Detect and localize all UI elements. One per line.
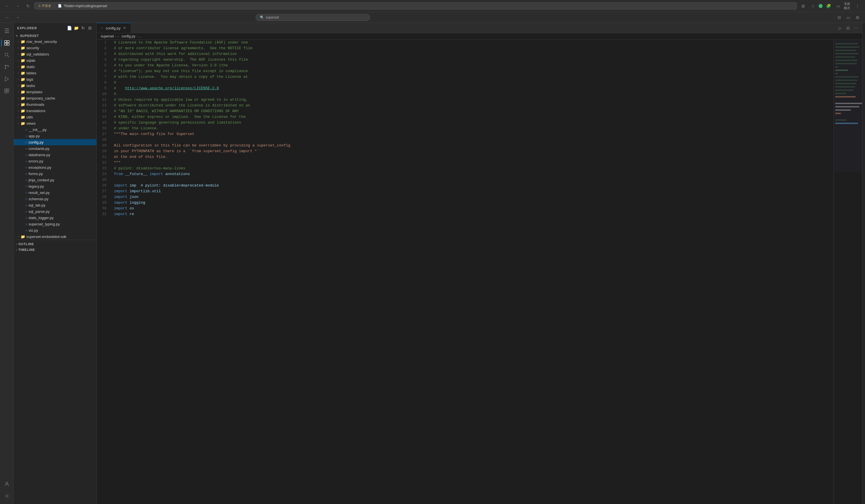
svg-point-14 [6,495,7,496]
run-icon[interactable] [1,73,13,85]
line-number: 11 [97,97,109,103]
svg-rect-0 [4,40,6,43]
reload-button[interactable]: ↻ [24,2,32,10]
panel-icon[interactable]: ▭ [844,13,852,22]
code-line: # distributed with this work for additio… [114,51,833,57]
breadcrumb-superset[interactable]: superset [101,34,114,38]
folder-embedded-sdk[interactable]: › 📁 superset-embedded-sdk [14,233,96,240]
folder-static[interactable]: › 📁 static [14,63,96,70]
file-exceptions[interactable]: ○ exceptions.py [14,164,96,171]
extension-icon[interactable]: 🧩 [824,2,832,10]
search-box[interactable]: 🔍 superset [256,14,370,21]
folder-translations[interactable]: › 📁 translations [14,107,96,114]
extensions-icon[interactable] [1,85,13,97]
profile-icon[interactable] [819,4,823,8]
folder-sql-validators[interactable]: › 📁 sql_validators [14,51,96,57]
grid-icon[interactable]: ⊞ [799,2,807,10]
folder-tasks[interactable]: › 📁 tasks [14,82,96,89]
folder-security[interactable]: › 📁 security [14,45,96,51]
split-editor-btn[interactable]: ⊟ [844,24,852,32]
py-file-icon: ○ [25,134,27,138]
timeline-header[interactable]: › TIMELINE [14,247,96,253]
file-forms[interactable]: ○ forms.py [14,171,96,177]
file-result-set[interactable]: ○ result_set.py [14,189,96,196]
collapse-icon[interactable]: ⊟ [87,25,93,31]
star-icon[interactable]: ☆ [809,2,817,10]
forward-button[interactable]: → [14,2,22,10]
file-superset-typing[interactable]: ○ superset_typing.py [14,221,96,227]
layout-icon[interactable]: ⊞ [854,13,862,22]
folder-arrow: › [16,71,21,75]
source-control-icon[interactable] [1,61,13,73]
file-app[interactable]: ○ app.py [14,133,96,139]
search-text: superset [266,15,279,20]
breadcrumb-sep1: › [115,34,116,38]
menu-icon[interactable]: ⋮ [854,2,862,10]
file-sql-parse[interactable]: ○ sql_parse.py [14,208,96,214]
folder-arrow: › [16,59,21,62]
refresh-icon[interactable]: ↻ [80,25,86,31]
file-viz[interactable]: ○ viz.py [14,227,96,233]
line-number: 23 [97,166,109,171]
file-sql-lab[interactable]: ○ sql_lab.py [14,202,96,208]
folder-row-level-security[interactable]: › 📁 row_level_security [14,38,96,45]
back-button[interactable]: ← [3,2,11,10]
py-file-icon: ○ [25,197,27,201]
code-line: # "AS IS" BASIS, WITHOUT WARRANTIES OR C… [114,108,833,114]
settings-icon[interactable] [1,490,13,502]
breadcrumb-symbol[interactable]: ... [139,34,142,38]
folder-sqlab[interactable]: › 📁 sqlab [14,57,96,63]
run-code-btn[interactable]: ▷ [837,24,844,32]
folder-label: row_level_security [26,39,96,44]
breadcrumb-file[interactable]: config.py [122,34,135,38]
file-config[interactable]: ○ config.py [14,139,96,145]
folder-temporary-cache[interactable]: › 📁 temporary_cache [14,95,96,101]
code-line: # software distributed under the License… [114,103,833,108]
address-bar[interactable]: ⚠ 不安全 | 📄 ?folder=/opt/coding/superset [34,2,797,10]
tab-config-py[interactable]: ○ config.py ✕ [97,23,131,33]
folder-templates[interactable]: › 📁 templates [14,89,96,95]
menu-toggle-icon[interactable]: ☰ [1,25,13,37]
explorer-icon[interactable] [1,37,13,49]
folder-thumbnails[interactable]: › 📁 thumbnails [14,101,96,107]
file-stats-logger[interactable]: ○ stats_logger.py [14,214,96,221]
py-file-icon: ○ [25,216,27,220]
account-icon[interactable] [1,478,13,490]
outline-header[interactable]: › OUTLINE [14,241,96,247]
file-errors[interactable]: ○ errors.py [14,158,96,164]
py-file-icon: ○ [25,190,27,195]
code-editor[interactable]: # Licensed to the Apache Software Founda… [111,40,833,504]
sidebar-toggle[interactable]: ▭ [834,2,842,10]
breadcrumb: superset › ○ config.py › ... [97,33,862,40]
line-number: 16 [97,126,109,131]
forward-btn2[interactable]: → [14,13,22,22]
file-label: result_set.py [28,190,96,195]
search-icon[interactable] [1,49,13,61]
new-folder-icon[interactable]: 📁 [73,25,79,31]
folder-arrow: › [16,78,21,81]
line-number: 10 [97,91,109,97]
tab-label: config.py [106,26,120,30]
file-init[interactable]: ○ __init__.py [14,127,96,133]
file-jinja[interactable]: ○ jinja_context.py [14,177,96,183]
file-constants[interactable]: ○ constants.py [14,145,96,152]
line-number: 29 [97,200,109,206]
file-dataframe[interactable]: ○ dataframe.py [14,152,96,158]
folder-tables[interactable]: › 📁 tables [14,70,96,76]
folder-tags[interactable]: › 📁 tags [14,76,96,82]
superset-section[interactable]: ▾ SUPERSET [14,33,96,38]
folder-icon: 📁 [21,46,25,50]
line-number: 28 [97,194,109,200]
code-line: # specific language governing permission… [114,120,833,126]
line-number: 17 [97,131,109,137]
file-schemas[interactable]: ○ schemas.py [14,196,96,202]
more-actions-btn[interactable]: ⋯ [852,24,860,32]
new-file-icon[interactable]: 📄 [67,25,72,31]
split-view-icon[interactable]: ⊟ [835,13,843,22]
folder-views[interactable]: › 📁 views [14,120,96,127]
tab-close-button[interactable]: ✕ [122,26,127,30]
line-number: 27 [97,188,109,194]
folder-utils[interactable]: › 📁 utils [14,114,96,120]
file-legacy[interactable]: ○ legacy.py [14,183,96,189]
back-btn2[interactable]: ← [3,13,11,22]
